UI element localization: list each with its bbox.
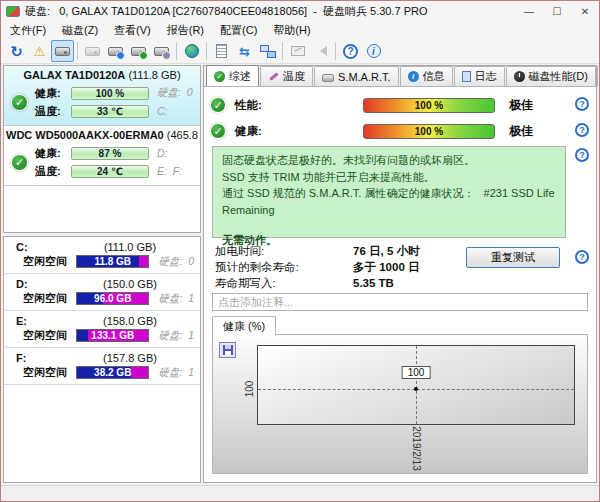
partition-entry-d[interactable]: D: (150.0 GB) 空闲空间 96.0 GB 硬盘: 1 [4,274,200,311]
retest-button[interactable]: 重复测试 [466,247,560,268]
drive-ok-icon [11,94,28,111]
partition-size: (158.0 GB) [70,315,190,327]
close-button[interactable]: ✕ [571,2,599,21]
disk-ok-icon[interactable] [127,40,150,62]
remaining-lifetime-label: 预计的剩余寿命: [215,260,353,275]
tab-temperature[interactable]: 温度 [260,66,313,86]
tab-information[interactable]: 信息 [400,66,453,86]
power-on-time-value: 76 日, 5 小时 [353,244,419,259]
performance-ok-icon [210,97,226,113]
refresh-icon[interactable]: ↻ [5,40,28,62]
window-title: 硬盘: 0, GALAX TA1D0120A [C27607840CEE0481… [25,4,515,19]
disk-index: 硬盘: 1 [158,366,194,380]
menu-help[interactable]: 帮助(H) [265,21,318,40]
tab-overview[interactable]: 综述 [206,65,259,86]
drive-letters: C: [157,105,168,117]
tab-disk-performance[interactable]: 磁盘性能(D) [506,66,596,86]
performance-row: 性能: 100 % 极佳 [210,93,568,117]
minimize-button[interactable]: — [515,2,543,21]
detect-disk-icon[interactable] [81,40,104,62]
alert-globe-icon[interactable]: ⚠ [28,40,51,62]
sound-icon[interactable] [309,40,332,62]
menu-file[interactable]: 文件(F) [2,21,54,40]
monitor-edit-icon[interactable] [286,40,309,62]
tab-strip: 综述 温度 S.M.A.R.T. 信息 日志 磁盘性能(D) 警报(A) [204,66,596,87]
status-help-icon[interactable] [575,148,589,162]
partition-entry-f[interactable]: F: (157.8 GB) 空闲空间 38.2 GB 硬盘: 1 [4,348,200,385]
health-ok-icon [210,123,226,139]
partition-entry-c[interactable]: C: (111.0 GB) 空闲空间 11.8 GB 硬盘: 0 [4,237,200,274]
remaining-lifetime-value: 多于 1000 日 [353,260,419,275]
overview-check-icon [214,71,225,82]
performance-gauge-icon [514,71,525,82]
thermometer-icon [268,71,279,82]
health-bar: 100 % [363,124,495,139]
app-window: 硬盘: 0, GALAX TA1D0120A [C27607840CEE0481… [0,0,600,502]
free-space-bar: 11.8 GB [76,255,149,268]
sidebar: GALAX TA1D0120A (111.8 GB) 健康: 100 % 硬盘:… [1,64,203,485]
menu-bar: 文件(F) 磁盘(Z) 查看(V) 报告(R) 配置(C) 帮助(H) [1,21,599,39]
menu-report[interactable]: 报告(R) [159,21,212,40]
health-label: 健康: [35,86,71,101]
help-icon[interactable] [339,40,362,62]
chart-gridline-vertical [416,346,417,424]
tab-log[interactable]: 日志 [454,66,505,86]
toolbar-separator [206,42,207,60]
partition-size: (157.8 GB) [70,352,190,364]
temp-label: 温度: [35,164,71,179]
free-space-label: 空闲空间 [23,328,76,343]
remote-monitor-icon[interactable] [256,40,279,62]
partition-list: C: (111.0 GB) 空闲空间 11.8 GB 硬盘: 0 D: (150… [3,236,201,483]
info-icon[interactable] [362,40,385,62]
tab-smart[interactable]: S.M.A.R.T. [314,66,399,86]
maximize-button[interactable]: ☐ [543,2,571,21]
note-input[interactable] [212,293,588,311]
overview-disk-icon[interactable] [51,40,74,62]
free-space-bar: 38.2 GB [76,366,149,379]
drive-entry-galax[interactable]: GALAX TA1D0120A (111.8 GB) 健康: 100 % 硬盘:… [4,66,200,126]
app-icon [6,6,20,17]
disk-history-icon[interactable] [104,40,127,62]
network-disks-icon[interactable] [180,40,203,62]
sync-icon[interactable]: ⇆ [233,40,256,62]
drive-letters: E: F: [157,165,182,177]
partition-entry-e[interactable]: E: (158.0 GB) 空闲空间 133.1 GB 硬盘: 1 [4,311,200,348]
content-panel: 综述 温度 S.M.A.R.T. 信息 日志 磁盘性能(D) 警报(A) 性能:… [203,65,597,483]
lifetime-writes-value: 5.35 TB [353,277,394,289]
free-space-bar: 133.1 GB [76,329,149,342]
performance-label: 性能: [235,98,363,113]
chart-plot-area: 100 100 2019/2/13 [257,345,575,425]
partition-size: (111.0 GB) [70,241,190,253]
drive-size: (111.8 GB) [128,69,180,81]
menu-view[interactable]: 查看(V) [106,21,159,40]
performance-bar: 100 % [363,98,495,113]
report-icon[interactable] [210,40,233,62]
disk-index: 硬盘: 1 [158,329,194,343]
drive-ok-icon [11,154,28,171]
temp-bar: 33 ℃ [71,105,149,118]
drive-name: WDC WD5000AAKX-00ERMA0 [6,129,164,141]
partition-letter: C: [16,241,70,253]
save-chart-button[interactable] [219,342,236,358]
chart-tab-health[interactable]: 健康 (%) [212,316,276,335]
retest-help-icon[interactable] [575,250,589,264]
toolbar-separator [282,42,283,60]
free-space-label: 空闲空间 [23,291,76,306]
health-rating: 极佳 [509,123,533,140]
health-help-icon[interactable] [575,123,589,137]
main-area: GALAX TA1D0120A (111.8 GB) 健康: 100 % 硬盘:… [1,64,599,485]
chart-y-tick: 100 [244,381,255,398]
title-bar: 硬盘: 0, GALAX TA1D0120A [C27607840CEE0481… [1,1,599,21]
disk-surface-test-icon[interactable] [150,40,173,62]
health-bar: 100 % [71,87,149,100]
status-message-box: 固态硬盘状态是极好的。未找到有问题的或坏扇区。 SSD 支持 TRIM 功能并已… [212,146,566,238]
status-line: 固态硬盘状态是极好的。未找到有问题的或坏扇区。 [222,152,556,169]
menu-disk[interactable]: 磁盘(Z) [54,21,106,40]
health-label: 健康: [235,124,363,139]
lifetime-writes-label: 寿命期写入: [215,276,353,291]
smart-disk-icon [322,74,334,82]
performance-help-icon[interactable] [575,97,589,111]
drive-entry-wdc[interactable]: WDC WD5000AAKX-00ERMA0 (465.8 GB) 健康: 87… [4,126,200,186]
menu-config[interactable]: 配置(C) [212,21,265,40]
status-bar: 状态最后更新： 2019/2/13 星期三 15:31:31 [1,485,599,501]
